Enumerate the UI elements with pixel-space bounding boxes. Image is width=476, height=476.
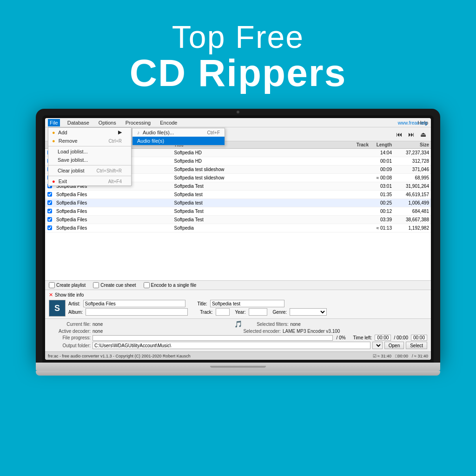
title-info-header: ✕ Show title info [49, 292, 427, 298]
row-size: 68,995 [394, 175, 431, 180]
create-playlist-checkbox[interactable] [49, 282, 55, 288]
dropdown-save-joblist[interactable]: Save joblist... [48, 156, 131, 164]
dropdown-remove[interactable]: ● Remove Ctrl+R [48, 137, 131, 145]
selected-filters-value: none [291, 322, 428, 327]
col-size: Size [394, 141, 431, 148]
row-title: Softpedia test slideshow [172, 175, 347, 180]
row-length: 03:39 [370, 217, 394, 222]
row-check[interactable] [45, 217, 54, 223]
artist-logo: S [49, 300, 66, 317]
output-folder-row: Output folder: Open Select [49, 342, 427, 349]
menu-database[interactable]: Database [66, 119, 91, 126]
menu-bar: File Database Options Processing Encode … [45, 118, 431, 127]
row-check[interactable] [45, 209, 54, 214]
album-label: Album: [68, 310, 83, 315]
menu-options[interactable]: Options [97, 119, 118, 126]
file-progress-row: File progress: / 0% Time left: 00:00 / 0… [49, 335, 427, 341]
output-folder-dropdown[interactable] [372, 342, 383, 349]
row-size: 312,728 [394, 159, 431, 164]
dropdown-clear-joblist[interactable]: Clear joblist Ctrl+Shift+R [48, 166, 131, 175]
table-row[interactable]: Softpedia Files Softpedia test 01:35 46,… [45, 191, 431, 199]
table-row[interactable]: Softpedia Files Softpedia ≈ 01:13 1,192,… [45, 224, 431, 232]
select-button[interactable]: Select [406, 342, 427, 349]
file-progress-bar [93, 335, 333, 341]
eject-button[interactable]: ⏏ [418, 130, 428, 139]
create-playlist-label[interactable]: Create playlist [49, 282, 86, 288]
row-title: Softpedia HD [172, 159, 347, 164]
status-right: ☑ ≈ 31:40 □00:00 / ≈ 31:40 [373, 354, 428, 358]
laptop-body: File Database Options Processing Encode … [36, 109, 440, 363]
row-title: Softpedia Test [172, 217, 347, 222]
encode-single-label[interactable]: Encode to a single file [144, 282, 197, 288]
active-decoder-value: none [93, 329, 237, 334]
row-title: Softpedia Test [172, 209, 347, 214]
dropdown-exit[interactable]: ● Exit Alt+F4 [48, 177, 131, 185]
dropdown-add[interactable]: ● Add ▶ ♪ Audio file(s)... [48, 128, 131, 137]
row-size: 38,667,388 [394, 217, 431, 222]
row-check[interactable] [45, 225, 54, 231]
open-button[interactable]: Open [384, 342, 404, 349]
menu-processing[interactable]: Processing [124, 119, 152, 126]
current-file-value: none [93, 322, 230, 327]
create-cue-label[interactable]: Create cue sheet [93, 282, 136, 288]
row-check[interactable] [45, 192, 54, 198]
create-cue-checkbox[interactable] [93, 282, 99, 288]
time-total: / 00:00 [394, 335, 408, 340]
hero-line2: CD Rippers [130, 51, 347, 95]
file-progress-label: File progress: [49, 335, 91, 340]
prev-button[interactable]: ⏮ [394, 130, 404, 139]
row-size: 371,046 [394, 167, 431, 172]
submenu-audio-files[interactable]: Audio file(s) [132, 137, 225, 145]
status-right2: □00:00 [395, 354, 408, 358]
submenu-audio-files-ctrl[interactable]: ♪ Audio file(s)... Ctrl+F [132, 128, 225, 137]
year-label: Year: [235, 310, 246, 315]
menu-file[interactable]: File [48, 119, 60, 126]
row-artist: Softpedia Files [54, 200, 172, 205]
laptop-foot [210, 366, 266, 368]
row-artist: Softpedia Files [54, 225, 172, 231]
selected-encoder-label: Selected encoder: [239, 329, 281, 334]
app-status-bar: fre:ac - free audio converter v1.1.3 - C… [45, 351, 431, 360]
row-title: Softpedia [172, 225, 347, 231]
table-row[interactable]: Softpedia Files Softpedia test 00:25 1,0… [45, 199, 431, 207]
show-title-info-label: Show title info [55, 292, 84, 298]
genre-select[interactable] [290, 308, 327, 316]
encode-single-text: Encode to a single file [151, 283, 197, 288]
album-input[interactable] [86, 308, 188, 316]
row-title: Softpedia HD [172, 150, 347, 155]
row-size: 684,481 [394, 209, 431, 214]
table-row[interactable]: Softpedia Files Softpedia Test 00:12 684… [45, 207, 431, 216]
row-title: Softpedia test [172, 192, 347, 197]
row-size: 37,237,334 [394, 150, 431, 155]
row-title: Softpedia Test [172, 184, 347, 189]
next-button[interactable]: ⏭ [406, 130, 416, 139]
time-left-value: 00:00 [375, 335, 391, 341]
active-decoder-row: Active decoder: none Selected encoder: L… [49, 329, 427, 334]
row-length: 01:35 [370, 192, 394, 197]
row-check[interactable] [45, 200, 54, 206]
status-section: Current file: none 🎵 Selected filters: n… [45, 318, 431, 351]
website-link[interactable]: www.freac.org [398, 120, 427, 125]
active-decoder-label: Active decoder: [49, 329, 91, 334]
encode-single-checkbox[interactable] [144, 282, 150, 288]
laptop-base [36, 363, 440, 371]
table-row[interactable]: Softpedia Files Softpedia Test 03:39 38,… [45, 216, 431, 224]
title-info-section: ✕ Show title info S Artist: [45, 290, 431, 318]
track-input[interactable] [216, 308, 230, 316]
row-length: ≈ 01:13 [370, 225, 394, 231]
year-input[interactable] [249, 308, 267, 316]
selected-encoder-value: LAME MP3 Encoder v3.100 [283, 329, 427, 334]
output-folder-input[interactable] [93, 342, 370, 349]
screen: File Database Options Processing Encode … [45, 118, 431, 360]
menu-encode[interactable]: Encode [158, 119, 179, 126]
title-label: Title: [198, 301, 207, 306]
webcam [237, 111, 239, 113]
add-submenu: ♪ Audio file(s)... Ctrl+F Audio file(s) [132, 128, 225, 145]
hero-line1: Top Free [130, 19, 347, 55]
progress-separator: / 0% [337, 335, 346, 340]
dropdown-load-joblist[interactable]: Load joblist... [48, 147, 131, 156]
artist-input[interactable] [83, 300, 185, 307]
nav-controls: ⏮ ⏭ ⏏ [394, 130, 428, 139]
create-cue-text: Create cue sheet [100, 283, 136, 288]
title-input[interactable] [210, 300, 284, 307]
